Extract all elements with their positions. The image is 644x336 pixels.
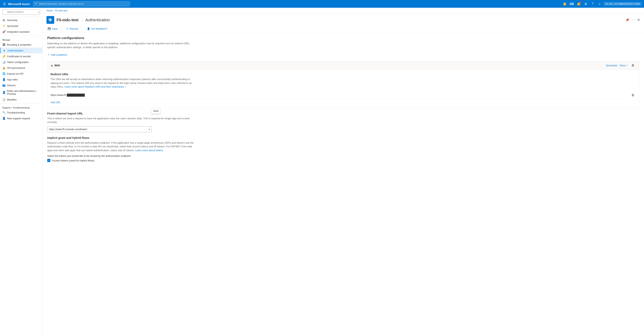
- page-header: F5-oidc-test | Authentication 📌 ··· ✕: [42, 14, 644, 25]
- web-card-actions: Quickstart Docs ↗ 🗑: [606, 63, 636, 67]
- breadcrumb-app[interactable]: F5-oidc-test: [55, 9, 67, 12]
- cloud-shell-icon[interactable]: ⌨: [569, 1, 575, 7]
- sidebar-item-support[interactable]: 👤 New support request: [0, 115, 42, 121]
- collapse-sidebar-icon[interactable]: «: [38, 11, 39, 13]
- sidebar-item-expose[interactable]: 🌐 Expose an API: [0, 71, 42, 77]
- save-popup: Save: [151, 108, 160, 114]
- global-search[interactable]: 🔍 Search resources, services, and docs (…: [33, 1, 130, 6]
- add-platform-button[interactable]: ＋ Add a platform: [47, 52, 68, 57]
- docs-link-label: Docs: [620, 64, 626, 67]
- checkmark-icon: ✓: [48, 159, 50, 162]
- add-platform-label: Add a platform: [51, 53, 68, 56]
- breadcrumb-home[interactable]: Home: [46, 9, 53, 12]
- feedback-icon[interactable]: ☺: [596, 1, 603, 7]
- add-uri-button[interactable]: Add URI: [50, 100, 60, 105]
- sidebar-item-api[interactable]: 🔒 API permissions: [0, 65, 42, 71]
- token-icon: 📊: [2, 60, 6, 64]
- save-label: Save: [52, 27, 58, 30]
- web-title-text: Web: [54, 64, 60, 67]
- svg-point-1: [50, 19, 51, 21]
- page-header-actions: 📌 ··· ✕: [625, 17, 640, 23]
- uri-delete-button[interactable]: 🗑: [630, 93, 636, 97]
- redirect-learn-more-link[interactable]: Learn more about Redirect URIs and their…: [64, 85, 126, 88]
- web-card-title: ▲ Web: [50, 64, 60, 67]
- help-icon[interactable]: ?: [590, 1, 596, 7]
- platform-title: Platform configurations: [47, 36, 639, 40]
- sidebar-item-branding[interactable]: 🖼 Branding & properties: [0, 42, 42, 48]
- sidebar-item-label: Overview: [7, 19, 18, 22]
- add-uri-label: Add URI: [50, 101, 60, 104]
- redirect-external-icon: ↗: [125, 86, 126, 88]
- branding-icon: 🖼: [2, 43, 6, 46]
- sidebar-item-label: Token configuration: [7, 61, 29, 64]
- tokens-label: Select the tokens you would like to be i…: [47, 155, 639, 157]
- notifications-icon[interactable]: 🔔: [562, 1, 568, 7]
- hamburger-menu[interactable]: ☰: [2, 1, 6, 6]
- discard-label: Discard: [70, 27, 78, 30]
- search-input[interactable]: [2, 9, 40, 15]
- feedback-label: Got feedback?: [91, 27, 108, 30]
- quickstart-link-label: Quickstart: [606, 64, 618, 67]
- sidebar-item-integration[interactable]: 🚀 Integration assistant: [0, 29, 42, 35]
- sidebar-item-authentication[interactable]: ● Authentication: [0, 48, 42, 53]
- settings-icon[interactable]: ⚙: [582, 1, 589, 7]
- sidebar-item-quickstart[interactable]: ⚡ Quickstart: [0, 23, 42, 29]
- more-options-button[interactable]: ···: [632, 17, 636, 23]
- alerts-icon[interactable]: 🔔: [576, 1, 582, 7]
- feedback-icon-toolbar: 👤: [87, 27, 90, 30]
- sidebar-item-label: Manifest: [7, 98, 16, 101]
- sidebar-item-label: Integration assistant: [7, 30, 30, 33]
- app-icon: [46, 16, 54, 24]
- certificates-icon: 🔑: [2, 55, 6, 58]
- sidebar-item-manifest[interactable]: 📋 Manifest: [0, 97, 42, 102]
- web-card-body: Redirect URIs The URIs we will accept as…: [48, 70, 639, 108]
- sidebar-item-label: Roles and administrators | Preview: [7, 90, 40, 95]
- uri-row: https://www.f5.██████████ 🗑: [50, 92, 636, 99]
- sidebar-item-label: Expose an API: [7, 72, 24, 75]
- sidebar-item-overview[interactable]: ⊞ Overview: [0, 17, 42, 23]
- sidebar-item-approles[interactable]: 👤 App roles: [0, 77, 42, 82]
- sidebar-item-roles[interactable]: 👤 Roles and administrators | Preview: [0, 88, 42, 97]
- collapse-icon[interactable]: ▲: [50, 64, 53, 67]
- feedback-button[interactable]: 👤 Got feedback?: [86, 26, 109, 31]
- integration-icon: 🚀: [2, 30, 6, 33]
- save-button[interactable]: 💾 Save: [46, 26, 59, 31]
- main-content: Platform configurations Depending on the…: [42, 32, 644, 336]
- external-link-icon: ↗: [626, 64, 628, 67]
- tokens-learn-more-link[interactable]: Learn more about tokens: [135, 149, 163, 152]
- pin-button[interactable]: 📌: [625, 17, 630, 23]
- sidebar-item-owners[interactable]: 👥 Owners: [0, 82, 42, 88]
- approles-icon: 👤: [2, 78, 6, 81]
- topnav-icons: 🔔 ⌨ 🔔 ⚙ ? ☺ F5, INC. (F5.ONMICROSOFT.COM…: [562, 1, 642, 7]
- sidebar-item-label: Authentication: [7, 49, 23, 52]
- support-icon: 👤: [2, 117, 6, 120]
- discard-button[interactable]: ✕ Discard: [65, 26, 80, 31]
- access-token-checkbox[interactable]: ✓: [47, 159, 50, 162]
- sidebar-item-troubleshooting[interactable]: 🔧 Troubleshooting: [0, 110, 42, 115]
- front-channel-desc: This is where we send a request to have …: [47, 117, 194, 124]
- owners-icon: 👥: [2, 84, 6, 87]
- quickstart-link[interactable]: Quickstart: [606, 64, 618, 67]
- manage-section-title: Manage: [0, 36, 42, 42]
- breadcrumb-separator: ›: [54, 9, 54, 12]
- breadcrumb: Home › F5-oidc-test: [42, 8, 644, 14]
- troubleshooting-icon: 🔧: [2, 111, 6, 114]
- sidebar-item-label: Troubleshooting: [7, 111, 25, 114]
- access-token-row: ✓ Access tokens (used for implicit flows…: [47, 159, 639, 162]
- front-channel-input[interactable]: [47, 126, 152, 132]
- discard-icon: ✕: [66, 27, 68, 30]
- page-title-divider: |: [82, 18, 82, 21]
- front-channel-input-wrap: ▼: [47, 126, 152, 132]
- content-area: Home › F5-oidc-test F5-oidc-test | Authe…: [42, 8, 644, 336]
- sidebar-item-token[interactable]: 📊 Token configuration: [0, 59, 42, 65]
- user-profile[interactable]: F5, INC. (F5.ONMICROSOFT.COM): [604, 2, 642, 6]
- save-icon: 💾: [48, 27, 51, 30]
- sidebar-item-certificates[interactable]: 🔑 Certificates & secrets: [0, 53, 42, 59]
- docs-link[interactable]: Docs ↗: [620, 64, 628, 67]
- close-button[interactable]: ✕: [637, 17, 640, 23]
- toolbar-separator-1: [62, 27, 62, 31]
- sidebar-item-label: App roles: [7, 78, 18, 81]
- expose-icon: 🌐: [2, 72, 6, 75]
- sidebar-item-label: New support request: [7, 117, 30, 120]
- web-delete-button[interactable]: 🗑: [630, 63, 636, 67]
